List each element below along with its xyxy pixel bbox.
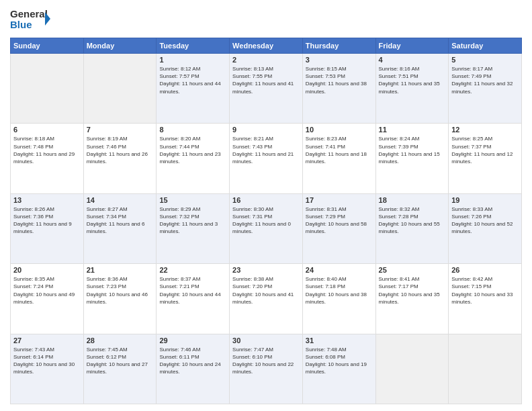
calendar-cell: 17Sunrise: 8:31 AM Sunset: 7:29 PM Dayli…: [302, 193, 375, 263]
day-info: Sunrise: 8:30 AM Sunset: 7:31 PM Dayligh…: [232, 205, 300, 236]
day-info: Sunrise: 7:48 AM Sunset: 6:08 PM Dayligh…: [306, 346, 373, 376]
day-number: 5: [451, 56, 519, 64]
day-info: Sunrise: 8:40 AM Sunset: 7:18 PM Dayligh…: [306, 275, 373, 306]
day-number: 27: [13, 336, 81, 345]
calendar-cell: 20Sunrise: 8:35 AM Sunset: 7:24 PM Dayli…: [11, 264, 84, 334]
day-info: Sunrise: 8:20 AM Sunset: 7:44 PM Dayligh…: [159, 135, 226, 165]
day-info: Sunrise: 8:24 AM Sunset: 7:39 PM Dayligh…: [379, 135, 446, 165]
calendar-cell: 19Sunrise: 8:33 AM Sunset: 7:26 PM Dayli…: [449, 193, 522, 263]
week-row-2: 6Sunrise: 8:18 AM Sunset: 7:48 PM Daylig…: [11, 124, 522, 193]
calendar-cell: 26Sunrise: 8:42 AM Sunset: 7:15 PM Dayli…: [449, 264, 522, 334]
day-info: Sunrise: 8:42 AM Sunset: 7:15 PM Dayligh…: [451, 275, 519, 306]
calendar-cell: 12Sunrise: 8:25 AM Sunset: 7:37 PM Dayli…: [449, 124, 522, 193]
calendar-cell: 2Sunrise: 8:13 AM Sunset: 7:55 PM Daylig…: [230, 54, 303, 124]
svg-marker-2: [45, 12, 50, 26]
page: General Blue SundayMondayTuesdayWednesda…: [0, 0, 532, 411]
week-row-1: 1Sunrise: 8:12 AM Sunset: 7:57 PM Daylig…: [11, 54, 522, 124]
day-info: Sunrise: 8:15 AM Sunset: 7:53 PM Dayligh…: [306, 65, 373, 95]
header-thursday: Thursday: [302, 38, 375, 54]
calendar-header-row: SundayMondayTuesdayWednesdayThursdayFrid…: [11, 38, 522, 54]
calendar-cell: 21Sunrise: 8:36 AM Sunset: 7:23 PM Dayli…: [83, 264, 157, 334]
calendar-cell: 15Sunrise: 8:29 AM Sunset: 7:32 PM Dayli…: [157, 193, 230, 263]
day-number: 25: [379, 266, 446, 274]
day-info: Sunrise: 8:38 AM Sunset: 7:20 PM Dayligh…: [232, 275, 300, 306]
calendar-cell: 10Sunrise: 8:23 AM Sunset: 7:41 PM Dayli…: [302, 124, 375, 193]
day-number: 21: [87, 266, 154, 274]
day-info: Sunrise: 8:37 AM Sunset: 7:21 PM Dayligh…: [159, 275, 226, 306]
calendar-cell: 28Sunrise: 7:45 AM Sunset: 6:12 PM Dayli…: [83, 334, 157, 404]
day-number: 17: [306, 196, 373, 204]
calendar-cell: 9Sunrise: 8:21 AM Sunset: 7:43 PM Daylig…: [230, 124, 303, 193]
day-info: Sunrise: 8:21 AM Sunset: 7:43 PM Dayligh…: [232, 135, 300, 165]
header: General Blue: [10, 7, 522, 32]
calendar-cell: 11Sunrise: 8:24 AM Sunset: 7:39 PM Dayli…: [375, 124, 449, 193]
header-tuesday: Tuesday: [157, 38, 230, 54]
calendar-cell: 25Sunrise: 8:41 AM Sunset: 7:17 PM Dayli…: [375, 264, 449, 334]
calendar-cell: 3Sunrise: 8:15 AM Sunset: 7:53 PM Daylig…: [302, 54, 375, 124]
calendar-cell: 31Sunrise: 7:48 AM Sunset: 6:08 PM Dayli…: [302, 334, 375, 404]
calendar-cell: 18Sunrise: 8:32 AM Sunset: 7:28 PM Dayli…: [375, 193, 449, 263]
day-info: Sunrise: 8:17 AM Sunset: 7:49 PM Dayligh…: [451, 65, 519, 95]
day-info: Sunrise: 8:41 AM Sunset: 7:17 PM Dayligh…: [379, 275, 446, 306]
day-number: 15: [159, 196, 226, 204]
day-info: Sunrise: 8:12 AM Sunset: 7:57 PM Dayligh…: [159, 65, 226, 95]
day-number: 20: [13, 266, 81, 274]
day-number: 3: [306, 56, 373, 64]
calendar-cell: 7Sunrise: 8:19 AM Sunset: 7:46 PM Daylig…: [83, 124, 157, 193]
week-row-5: 27Sunrise: 7:43 AM Sunset: 6:14 PM Dayli…: [11, 334, 522, 404]
header-saturday: Saturday: [449, 38, 522, 54]
day-number: 1: [159, 56, 226, 64]
calendar-cell: 8Sunrise: 8:20 AM Sunset: 7:44 PM Daylig…: [157, 124, 230, 193]
calendar-cell: [11, 54, 84, 124]
day-info: Sunrise: 8:32 AM Sunset: 7:28 PM Dayligh…: [379, 205, 446, 236]
day-number: 7: [87, 126, 154, 134]
calendar-cell: [83, 54, 157, 124]
calendar-cell: 5Sunrise: 8:17 AM Sunset: 7:49 PM Daylig…: [449, 54, 522, 124]
header-monday: Monday: [83, 38, 157, 54]
day-info: Sunrise: 8:35 AM Sunset: 7:24 PM Dayligh…: [13, 275, 81, 306]
day-number: 13: [13, 196, 81, 204]
day-info: Sunrise: 7:45 AM Sunset: 6:12 PM Dayligh…: [87, 346, 154, 376]
calendar-cell: 6Sunrise: 8:18 AM Sunset: 7:48 PM Daylig…: [11, 124, 84, 193]
header-sunday: Sunday: [11, 38, 84, 54]
calendar-cell: 4Sunrise: 8:16 AM Sunset: 7:51 PM Daylig…: [375, 54, 449, 124]
day-info: Sunrise: 8:27 AM Sunset: 7:34 PM Dayligh…: [87, 205, 154, 236]
day-info: Sunrise: 8:16 AM Sunset: 7:51 PM Dayligh…: [379, 65, 446, 95]
day-info: Sunrise: 8:29 AM Sunset: 7:32 PM Dayligh…: [159, 205, 226, 236]
day-number: 19: [451, 196, 519, 204]
logo: General Blue: [10, 7, 50, 32]
day-info: Sunrise: 8:13 AM Sunset: 7:55 PM Dayligh…: [232, 65, 300, 95]
day-info: Sunrise: 8:18 AM Sunset: 7:48 PM Dayligh…: [13, 135, 81, 165]
calendar-cell: 23Sunrise: 8:38 AM Sunset: 7:20 PM Dayli…: [230, 264, 303, 334]
header-wednesday: Wednesday: [230, 38, 303, 54]
day-number: 26: [451, 266, 519, 274]
day-number: 8: [159, 126, 226, 134]
calendar-cell: 24Sunrise: 8:40 AM Sunset: 7:18 PM Dayli…: [302, 264, 375, 334]
day-info: Sunrise: 8:31 AM Sunset: 7:29 PM Dayligh…: [306, 205, 373, 236]
svg-text:General: General: [10, 8, 48, 19]
day-info: Sunrise: 7:47 AM Sunset: 6:10 PM Dayligh…: [232, 346, 300, 376]
day-number: 31: [306, 336, 373, 345]
calendar-cell: [449, 334, 522, 404]
day-number: 23: [232, 266, 300, 274]
calendar-cell: 29Sunrise: 7:46 AM Sunset: 6:11 PM Dayli…: [157, 334, 230, 404]
day-info: Sunrise: 7:46 AM Sunset: 6:11 PM Dayligh…: [159, 346, 226, 376]
day-number: 2: [232, 56, 300, 64]
day-number: 4: [379, 56, 446, 64]
day-number: 6: [13, 126, 81, 134]
calendar-cell: 1Sunrise: 8:12 AM Sunset: 7:57 PM Daylig…: [157, 54, 230, 124]
calendar-cell: 22Sunrise: 8:37 AM Sunset: 7:21 PM Dayli…: [157, 264, 230, 334]
day-number: 16: [232, 196, 300, 204]
calendar-cell: 14Sunrise: 8:27 AM Sunset: 7:34 PM Dayli…: [83, 193, 157, 263]
day-info: Sunrise: 8:33 AM Sunset: 7:26 PM Dayligh…: [451, 205, 519, 236]
logo-svg: General Blue: [10, 7, 50, 32]
day-number: 24: [306, 266, 373, 274]
day-number: 10: [306, 126, 373, 134]
calendar-cell: 30Sunrise: 7:47 AM Sunset: 6:10 PM Dayli…: [230, 334, 303, 404]
calendar-cell: [375, 334, 449, 404]
day-number: 28: [87, 336, 154, 345]
calendar-cell: 27Sunrise: 7:43 AM Sunset: 6:14 PM Dayli…: [11, 334, 84, 404]
day-info: Sunrise: 7:43 AM Sunset: 6:14 PM Dayligh…: [13, 346, 81, 376]
svg-text:Blue: Blue: [10, 19, 32, 30]
day-info: Sunrise: 8:19 AM Sunset: 7:46 PM Dayligh…: [87, 135, 154, 165]
